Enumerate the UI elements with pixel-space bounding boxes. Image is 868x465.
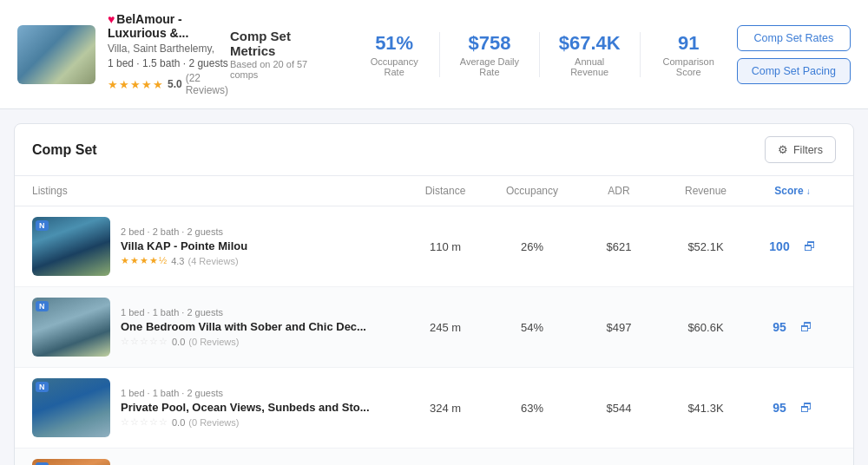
sort-arrow-icon: ↓ — [806, 187, 811, 196]
metric-revenue-value: $67.4K — [559, 32, 621, 55]
listings-table: N 2 bed · 2 bath · 2 guests Villa KAP - … — [15, 206, 853, 465]
listing-occupancy: 63% — [489, 402, 575, 415]
listing-adr: $621 — [575, 240, 662, 253]
external-link-icon[interactable]: 🗗︎ — [804, 239, 816, 253]
listing-specs: 1 bed · 1 bath · 2 guests — [121, 307, 366, 318]
listing-thumbnail: N — [32, 459, 110, 465]
badge-n: N — [36, 301, 49, 311]
listing-rating: ☆☆☆☆☆ 0.0 (0 Reviews) — [121, 416, 370, 428]
listing-adr: $544 — [575, 402, 662, 415]
property-specs: 1 bed · 1.5 bath · 2 guests — [108, 57, 230, 69]
metric-score: 91 Comparison Score — [641, 32, 737, 77]
metric-adr: $758 Average Daily Rate — [440, 32, 540, 77]
table-row: N 2 bed · 2 bath · 4 guests Villa Phoeni… — [15, 449, 853, 465]
listing-rating-score: 0.0 — [172, 337, 185, 347]
listing-revenue: $52.1K — [662, 240, 749, 253]
score-value: 95 — [773, 320, 786, 334]
listing-rating: ☆☆☆☆☆ 0.0 (0 Reviews) — [121, 336, 366, 347]
listing-info: N 2 bed · 2 bath · 2 guests Villa KAP - … — [32, 217, 402, 276]
listing-rating-reviews: (4 Reviews) — [187, 256, 238, 266]
col-header-distance[interactable]: Distance — [402, 185, 489, 197]
top-buttons: Comp Set Rates Comp Set Pacing — [737, 25, 851, 84]
property-details: ♥BelAmour - Luxurious &... Villa, Saint … — [108, 12, 230, 96]
listing-occupancy: 26% — [489, 240, 575, 253]
metrics-section: Comp Set Metrics Based on 20 of 57 comps… — [230, 29, 737, 80]
comp-set-header: Comp Set ⚙ Filters — [15, 124, 853, 176]
comp-set-section: Comp Set ⚙ Filters Listings Distance Occ… — [14, 123, 854, 465]
rating-reviews: (22 Reviews) — [186, 72, 230, 96]
score-value: 100 — [769, 239, 789, 253]
listing-occupancy: 54% — [489, 321, 575, 334]
property-rating: ★★★★★ 5.0 (22 Reviews) — [108, 72, 230, 96]
listing-specs: 1 bed · 1 bath · 2 guests — [121, 388, 370, 398]
listing-revenue: $41.3K — [662, 402, 749, 415]
listing-info: N 1 bed · 1 bath · 2 guests One Bedroom … — [32, 298, 402, 357]
listing-score: 95 🗗︎ — [749, 320, 836, 334]
metrics-subtitle: Based on 20 of 57 comps — [230, 59, 323, 80]
metric-revenue-label: Annual Revenue — [559, 56, 621, 77]
comp-set-rates-button[interactable]: Comp Set Rates — [737, 25, 851, 51]
col-header-listings: Listings — [32, 185, 402, 197]
listing-name: One Bedroom Villa with Sober and Chic De… — [121, 320, 366, 333]
listing-score: 100 🗗︎ — [749, 239, 836, 253]
listing-rating-score: 0.0 — [172, 417, 185, 428]
metric-adr-value: $758 — [459, 32, 520, 55]
filters-button[interactable]: ⚙ Filters — [765, 136, 836, 163]
heart-icon: ♥ — [108, 12, 115, 26]
metric-occupancy-label: Occupancy Rate — [368, 56, 420, 77]
metric-score-value: 91 — [660, 32, 718, 55]
comp-set-title: Comp Set — [32, 142, 97, 158]
listing-rating-reviews: (0 Reviews) — [188, 417, 239, 428]
col-header-adr[interactable]: ADR — [575, 185, 662, 197]
listing-specs: 2 bed · 2 bath · 2 guests — [121, 226, 247, 237]
listing-details: 1 bed · 1 bath · 2 guests Private Pool, … — [121, 388, 370, 428]
filter-label: Filters — [793, 144, 823, 156]
listing-info: N 2 bed · 2 bath · 4 guests Villa Phoeni… — [32, 459, 402, 465]
badge-n: N — [36, 220, 49, 231]
metrics-title: Comp Set Metrics — [230, 29, 323, 58]
listing-thumbnail: N — [32, 298, 110, 357]
listing-rating-score: 4.3 — [171, 256, 184, 266]
listing-thumbnail: N — [32, 217, 110, 276]
listing-score: 95 🗗︎ — [749, 401, 836, 415]
stars-icon: ☆☆☆☆☆ — [121, 416, 168, 428]
metric-occupancy-value: 51% — [368, 32, 420, 55]
col-header-score[interactable]: Score↓ — [749, 185, 836, 197]
property-section: ♥BelAmour - Luxurious &... Villa, Saint … — [17, 12, 230, 96]
listing-revenue: $60.6K — [662, 321, 749, 334]
score-value: 95 — [773, 401, 786, 415]
metric-occupancy: 51% Occupancy Rate — [349, 32, 440, 77]
stars-icon: ★★★★½ — [121, 255, 168, 266]
metric-score-label: Comparison Score — [660, 56, 718, 77]
stars-icon: ☆☆☆☆☆ — [121, 336, 168, 347]
listing-details: 1 bed · 1 bath · 2 guests One Bedroom Vi… — [121, 307, 366, 347]
listing-distance: 245 m — [402, 321, 489, 334]
table-row: N 1 bed · 1 bath · 2 guests Private Pool… — [15, 368, 853, 449]
listing-adr: $497 — [575, 321, 662, 334]
metric-revenue: $67.4K Annual Revenue — [540, 32, 641, 77]
metric-adr-label: Average Daily Rate — [459, 56, 520, 77]
listing-details: 2 bed · 2 bath · 2 guests Villa KAP - Po… — [121, 226, 247, 266]
external-link-icon[interactable]: 🗗︎ — [800, 401, 812, 415]
col-header-revenue[interactable]: Revenue — [662, 185, 749, 197]
listing-info: N 1 bed · 1 bath · 2 guests Private Pool… — [32, 378, 402, 437]
listing-rating-reviews: (0 Reviews) — [188, 337, 239, 347]
property-thumbnail — [17, 25, 95, 84]
table-header: Listings Distance Occupancy ADR Revenue … — [15, 176, 853, 206]
comp-set-pacing-button[interactable]: Comp Set Pacing — [737, 58, 851, 84]
table-row: N 2 bed · 2 bath · 2 guests Villa KAP - … — [15, 206, 853, 287]
property-name: ♥BelAmour - Luxurious &... — [108, 12, 230, 40]
metrics-label: Comp Set Metrics Based on 20 of 57 comps — [230, 29, 323, 80]
col-header-occupancy[interactable]: Occupancy — [489, 185, 575, 197]
table-row: N 1 bed · 1 bath · 2 guests One Bedroom … — [15, 287, 853, 368]
external-link-icon[interactable]: 🗗︎ — [800, 320, 812, 334]
metrics-cards: 51% Occupancy Rate $758 Average Daily Ra… — [349, 32, 737, 77]
rating-stars: ★★★★★ — [108, 78, 164, 91]
listing-name: Private Pool, Ocean Views, Sunbeds and S… — [121, 401, 370, 414]
badge-n: N — [36, 382, 49, 392]
listing-rating: ★★★★½ 4.3 (4 Reviews) — [121, 255, 247, 266]
listing-distance: 110 m — [402, 240, 489, 253]
listing-distance: 324 m — [402, 402, 489, 415]
filter-icon: ⚙ — [778, 143, 788, 156]
listing-name: Villa KAP - Pointe Milou — [121, 239, 247, 252]
